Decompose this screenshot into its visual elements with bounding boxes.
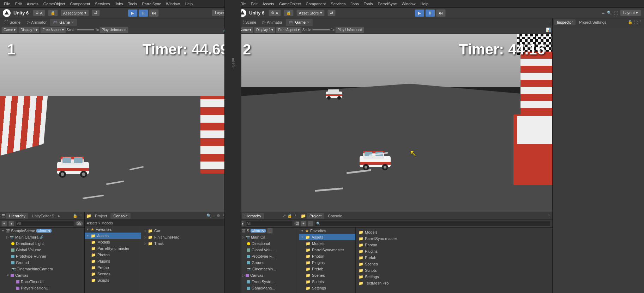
folder-models-left[interactable]: 📁 Models [85,239,141,245]
cloud-icon-right[interactable]: ☁ [601,11,605,15]
display-btn-right[interactable]: Display 1 ▾ [254,27,275,33]
pause-button-right[interactable]: ⏸ [425,9,435,17]
menu-parrelsync[interactable]: ParrelSync [140,1,163,7]
step-button-left[interactable]: ⏭ [149,9,159,17]
folder-plugins-left[interactable]: 📁 Plugins [85,258,141,264]
assets-root-right[interactable]: ▼ 📁 Assets [299,234,355,240]
asset-scenes-right[interactable]: 📁 Scenes [357,261,551,267]
folder-scripts-left[interactable]: 📁 Scripts [85,277,141,283]
menu-services-r[interactable]: Services [329,1,347,7]
tab-project-settings[interactable]: Project Settings [576,19,609,25]
folder-photon-left[interactable]: 📁 Photon [85,252,141,258]
tree-directional-light-left[interactable]: Directional Light [0,240,84,247]
menu-jobs[interactable]: Jobs [113,1,125,7]
collab-btn-left[interactable]: ⇄ [92,10,100,16]
folder-settings-right[interactable]: 📁 Settings [299,285,355,291]
lock-btn-left[interactable]: 🔒 [48,10,58,16]
menu-component-r[interactable]: Component [304,1,327,7]
eye-hierarchy-right[interactable]: ▾ [241,221,244,227]
settings-icon-project-left[interactable]: ⚙ [217,213,220,218]
play-unfocused-btn-left[interactable]: Play Unfocused [100,27,128,33]
folder-models-right[interactable]: 📁 Models [299,240,355,247]
tree-canvas-right[interactable]: ▷ Canvas [236,272,299,279]
lock-hierarchy-left[interactable]: 🔒 [73,213,78,218]
tree-main-camera-right[interactable]: ▷ 📷 Main Ca... [236,234,299,240]
scene-root-left[interactable]: ▼ 🎬 SampleScene Client P1 [0,228,84,234]
menu-parrelsync-r[interactable]: ParrelSync [376,1,398,7]
asset-prefab-right[interactable]: 📁 Prefab [357,254,551,261]
tree-gamemanager-right[interactable]: GameMana... [236,285,299,291]
tree-global-volume-right[interactable]: Global Volu... [236,247,299,253]
folder-plugins-right[interactable]: 📁 Plugins [299,259,355,266]
asset-track-left[interactable]: ▷ 📁 Track [143,240,234,247]
add-project-r[interactable]: + [301,221,306,227]
assets-root-left[interactable]: ▼ 📁 Assets [85,233,141,239]
arrow-out-right[interactable]: ↗ [283,213,286,218]
menu-gameobject[interactable]: GameObject [42,1,67,7]
hierarchy-search-left[interactable] [16,221,74,227]
asset-plugins-right[interactable]: 📁 Plugins [357,248,551,254]
more-hierarchy-left[interactable]: ⋮ [79,213,83,218]
tab-console-right[interactable]: Console [325,213,345,219]
scale-slider-right[interactable] [312,29,330,30]
asset-finishflag-left[interactable]: ▷ 📁 FinishLineFlag [143,234,234,240]
tree-prototype-runner-left[interactable]: Prototype Runner [0,253,84,259]
tree-ground-right[interactable]: Ground [236,259,299,266]
scene-root-right[interactable]: ▼ 🎬 S Client P2 ⋮ [236,228,299,234]
menu-assets[interactable]: Assets [25,1,40,7]
hierarchy-search-right[interactable] [245,221,293,227]
search-toolbar-right[interactable]: 🔍 [607,11,612,15]
expand-icon-right[interactable]: ⛶ [614,11,618,15]
tree-canvas-left[interactable]: ▼ Canvas [0,272,84,279]
tab-animator-left[interactable]: ▷ Animator [24,19,49,26]
asset-textmeshpro-right[interactable]: 📁 TextMesh Pro [357,280,551,286]
menu-file[interactable]: File [2,1,12,7]
more-hierarchy-right[interactable]: ⋮ [294,213,297,218]
tree-player-pos-left[interactable]: PlayerPositionUI [0,285,84,291]
lock-hierarchy-right[interactable]: 🔒 [287,213,292,218]
lock-inspector[interactable]: 🔒 [628,20,633,24]
menu-component[interactable]: Component [68,1,92,7]
tree-directional-right[interactable]: Directional [236,240,299,247]
menu-help[interactable]: Help [183,1,194,7]
more-project-right[interactable]: ⋮ [547,213,551,218]
asset-store-btn-right[interactable]: Asset Store ▾ [296,10,325,16]
expand-inspector[interactable]: ⛶ [634,20,638,24]
tab-game-left[interactable]: 🎮 Game ✕ [50,19,77,26]
menu-tools-r[interactable]: Tools [362,1,375,7]
menu-tools[interactable]: Tools [126,1,139,7]
game-label-left[interactable]: Game ▾ [1,27,18,33]
folder-scenes-left[interactable]: 📁 Scenes [85,271,141,277]
asset-scripts-right[interactable]: 📁 Scripts [357,267,551,274]
scene-more-right[interactable]: ⋮ [267,228,273,234]
step-button-right[interactable]: ⏭ [436,9,446,17]
close-icon-left[interactable]: ✕ [71,20,74,24]
eye-hierarchy-left[interactable]: ▾ [8,221,14,227]
asset-store-btn-left[interactable]: Asset Store ▾ [61,10,89,16]
back-btn-r[interactable]: ← [308,221,313,227]
tree-prototype-right[interactable]: Prototype F... [236,253,299,259]
account-btn-right[interactable]: ⚙ A [269,10,281,16]
tab-project-left[interactable]: Project [92,213,110,219]
aspect-btn-right[interactable]: Free Aspect ▾ [276,27,301,33]
folder-prefab-left[interactable]: 📁 Prefab [85,264,141,271]
favorites-left[interactable]: ▼ ★ Favorites [85,226,141,233]
folder-scenes-right[interactable]: 📁 Scenes [299,272,355,279]
collab-btn-right[interactable]: ⇄ [327,10,336,16]
play-unfocused-btn-right[interactable]: Play Unfocused [335,27,364,33]
aspect-btn-left[interactable]: Free Aspect ▾ [40,27,66,33]
layout-btn-right[interactable]: Layout ▾ [620,10,641,16]
menu-assets-r[interactable]: Assets [261,1,276,7]
stats-icon-right[interactable]: 📊 [546,28,551,32]
tab-console-left[interactable]: Console [110,213,130,219]
play-button-left[interactable]: ▶ [128,9,138,17]
folder-prefab-right[interactable]: 📁 Prefab [299,266,355,272]
menu-jobs-r[interactable]: Jobs [349,1,361,7]
tree-cinemachine-right[interactable]: 📷 Cinemachin... [236,266,299,272]
asset-settings-right[interactable]: 📁 Settings [357,274,551,280]
menu-help-r[interactable]: Help [419,1,430,7]
menu-edit-r[interactable]: Edit [249,1,259,7]
play-button-right[interactable]: ▶ [415,9,425,17]
tab-scene-left[interactable]: ⛶ Scene [1,19,23,26]
scale-slider-left[interactable] [77,29,94,30]
